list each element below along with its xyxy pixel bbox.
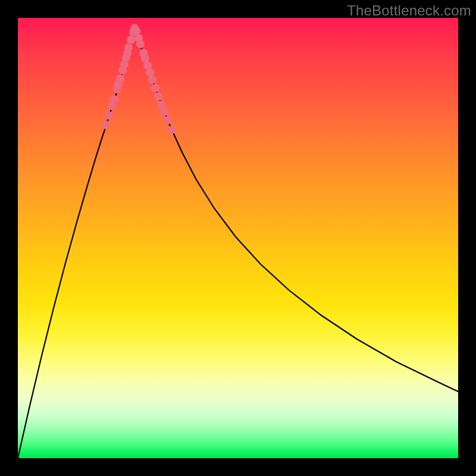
- data-marker: [102, 121, 110, 129]
- data-marker: [148, 76, 156, 84]
- data-marker: [151, 84, 159, 92]
- data-marker: [160, 108, 168, 116]
- data-marker: [168, 126, 176, 134]
- data-marker: [127, 36, 135, 44]
- data-marker: [116, 74, 124, 83]
- data-marker: [154, 92, 162, 101]
- data-marker: [146, 68, 154, 77]
- data-marker: [164, 116, 172, 124]
- marker-group: [102, 24, 176, 134]
- chart-svg: [18, 18, 458, 458]
- data-marker: [136, 40, 145, 48]
- watermark-text: TheBottleneck.com: [347, 2, 471, 19]
- data-marker: [132, 27, 140, 35]
- data-marker: [143, 61, 152, 70]
- data-marker: [141, 54, 149, 62]
- data-marker: [157, 101, 165, 109]
- right-curve: [134, 27, 458, 392]
- data-marker: [124, 43, 133, 52]
- data-marker: [105, 111, 113, 120]
- data-marker: [110, 95, 118, 104]
- chart-frame: TheBottleneck.com: [0, 0, 476, 476]
- plot-area: [18, 18, 458, 458]
